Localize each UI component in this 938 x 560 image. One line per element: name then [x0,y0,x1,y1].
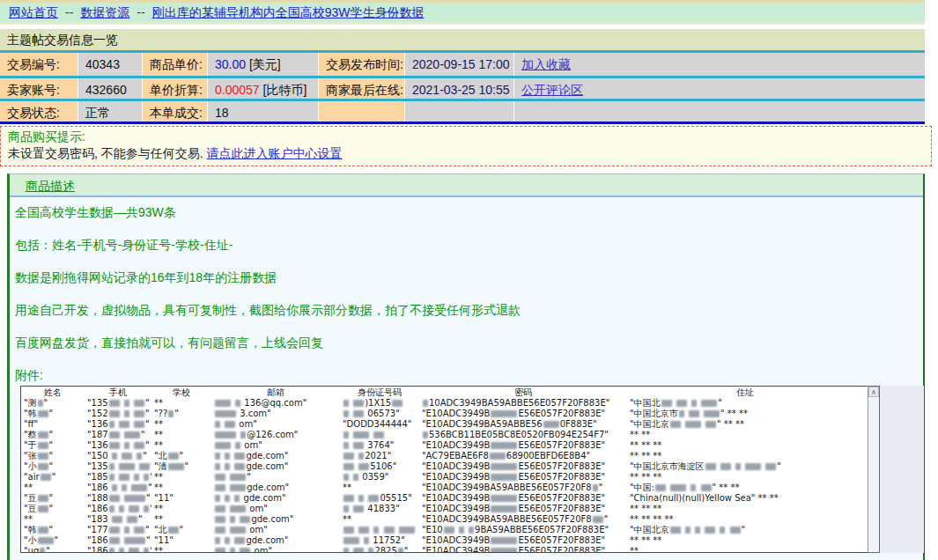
attachment-scrollbar[interactable]: ∧ [868,386,880,553]
redacted-data [215,495,220,502]
redacted-data [215,421,220,428]
redacted-data [144,474,149,481]
sheet-cell: 11752" [340,535,419,546]
price-value: 0.00057 [215,83,260,97]
attachment-screenshot: 姓名手机学校邮箱身份证号码密码住址"测""135 "** 136@qq.com"… [20,386,924,553]
redacted-data [491,474,517,481]
redacted-data [343,537,359,544]
sheet-data-row: "张""150 ""北" gde.com" 2021""AC79EBAE6F86… [21,451,868,461]
action-link[interactable]: 加入收藏 [521,57,571,71]
product-description-header-link[interactable]: 商品描述 [26,179,75,193]
sheet-column-header: 手机 [85,387,151,398]
account-center-link[interactable]: 请点此进入账户中心设置 [207,146,343,160]
description-line: 附件: [15,369,918,382]
info-link-cell [514,101,925,122]
purchase-notice-title: 商品购买提示: [8,129,924,145]
info-label: 商家最后在线: [319,78,404,99]
sheet-cell: "中国北京市海淀区 " [627,461,863,472]
sheet-cell: ** [151,398,211,409]
sheet-cell: "AC79EBAE6F868900EBFD6E8B4" [419,451,627,461]
redacted-data [134,410,144,417]
sheet-cell: om" [211,440,340,451]
sheet-cell: ** [151,440,211,451]
sheet-cell: "ff" [21,419,85,430]
redacted-data [368,548,373,553]
redacted-data [230,474,246,481]
description-line: 百度网盘发货，直接拍就可以，有问题留言，上线会回复 [15,336,918,350]
sheet-cell: "北" [151,451,211,461]
breadcrumb-link[interactable]: 网站首页 [9,5,58,19]
sheet-cell: 3.com" [211,409,340,419]
redacted-data [593,516,603,523]
sheet-cell: ** [340,514,419,525]
redacted-data [40,548,45,553]
sheet-header-row: 姓名手机学校邮箱身份证号码密码住址 [21,387,868,398]
redacted-data [358,527,369,534]
redacted-data [353,400,364,407]
sheet-cell: gde.com" [211,535,340,546]
sheet-cell: "186 " [85,504,151,514]
redacted-data [353,410,364,417]
redacted-data [399,527,415,534]
sheet-cell: 3764" [340,440,419,451]
redacted-data [234,463,245,470]
sheet-cell: "DODD344444" [340,419,419,430]
redacted-data [215,505,225,512]
redacted-data [730,527,741,534]
redacted-data [168,463,184,470]
sheet-cell: ** [151,514,211,525]
info-link-cell: 公开评论区 [514,78,925,99]
redacted-data [353,548,364,553]
redacted-data [137,453,142,460]
sheet-cell: "E10ADC3949BA59ABBE56E057F20F8" [419,483,627,493]
sheet-data-row: **"183 "** gde.com"**"E10ADC3949BA59ABBE… [21,514,868,525]
sheet-cell: "136 " [85,419,151,430]
sheet-data-row: "豆""188 ""11" gde.com" 05515""E10ADC3949… [21,493,868,504]
attachment-spreadsheet: 姓名手机学校邮箱身份证号码密码住址"测""135 "** 136@qq.com"… [20,386,868,553]
breadcrumb-link[interactable]: 数据资源 [80,5,129,19]
redacted-data [661,400,672,407]
redacted-data [144,548,149,553]
redacted-data [215,548,225,553]
info-value: 40343 [78,53,142,76]
info-value: 30.00 [美元] [208,53,318,76]
action-link[interactable]: 公开评论区 [521,83,583,97]
sheet-cell: "中国: " ** ** [627,483,863,493]
sheet-cell: 0359" [340,472,419,483]
redacted-data [543,421,559,428]
info-label: 商品单价: [143,53,207,76]
info-label: 卖家账号: [0,78,78,99]
sheet-cell: "186 " [85,483,151,493]
scroll-up-icon[interactable]: ∧ [868,387,879,397]
sheet-cell: gde.com" [211,514,340,525]
sheet-cell: "E10ADC3949BE56E057F20F883E" [419,546,627,553]
sheet-cell: gde.com" [211,451,340,461]
redacted-data [491,495,517,502]
sheet-data-row: "小""186 ""11" gde.com" 11752""E10ADC3949… [21,535,868,546]
redacted-data [139,463,150,470]
redacted-data [689,410,699,417]
redacted-data [373,527,379,534]
redacted-data [491,548,517,553]
redacted-data [225,453,230,460]
redacted-data [109,527,120,534]
info-link-cell: 加入收藏 [514,53,925,76]
sheet-data-row: "小""135 ""清" gde.com" 5106""E10ADC3949BE… [21,461,868,472]
redacted-data [168,410,174,417]
sheet-cell: ** [151,419,211,430]
sheet-cell: 41833" [340,504,419,514]
redacted-data [735,463,741,470]
redacted-data [38,400,43,407]
redacted-data [230,516,235,523]
redacted-data [373,431,384,438]
sheet-cell: "E10ADC3949BE56E057F20F883E" [419,440,627,451]
sheet-cell: ** ** ** [627,472,863,483]
redacted-data [701,400,717,407]
sheet-cell: "清" [151,461,211,472]
redacted-data [129,505,139,512]
sheet-cell: ** [21,483,85,493]
sheet-cell: "183 " [85,514,151,525]
redacted-data [109,495,120,502]
breadcrumb-link[interactable]: 刚出库的某辅导机构内全国高校93W学生身份数据 [152,5,425,19]
table-row: 卖家账号:432660单价折算:0.00057 [比特币]商家最后在线:2021… [0,76,925,99]
